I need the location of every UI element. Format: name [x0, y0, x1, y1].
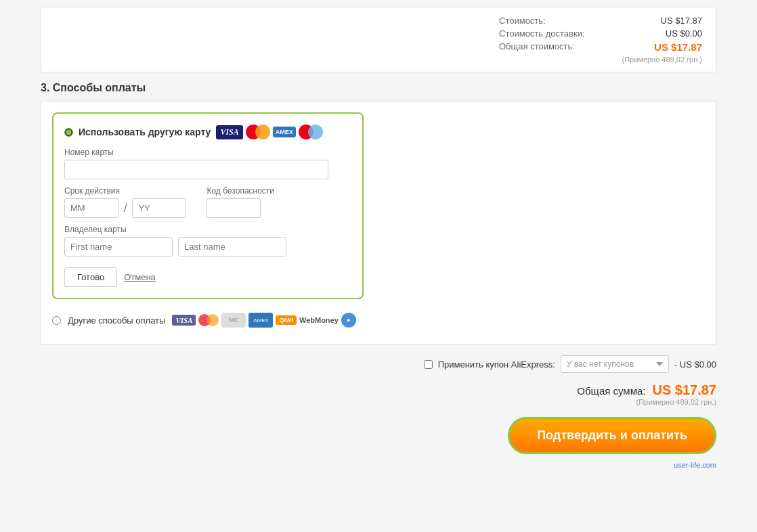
cvv-input[interactable]	[207, 198, 261, 218]
coupon-label[interactable]: Применить купон AliExpress:	[438, 359, 555, 370]
mastercard-logo-icon	[246, 125, 270, 139]
payment-section-panel: Использовать другую карту VISA AMEX Номе…	[41, 101, 716, 345]
summary-table: Стоимость: US $17.87 Стоимость доставки:…	[499, 16, 702, 64]
summary-approx: (Примерно 489,02 грн.)	[499, 56, 702, 64]
delivery-label: Стоимость доставки:	[499, 28, 585, 39]
other-payment-label[interactable]: Другие способы оплаты	[68, 315, 165, 326]
delivery-value: US $0.00	[666, 28, 702, 39]
globe-logo-icon: ●	[341, 313, 356, 328]
other-card-icon: MC	[221, 313, 246, 328]
confirm-pay-button[interactable]: Подтвердить и оплатить	[508, 417, 716, 454]
year-input[interactable]	[132, 198, 186, 218]
bottom-total-label: Общая сумма:	[577, 385, 645, 397]
card-logos: VISA AMEX	[216, 125, 322, 139]
maestro-logo-icon	[299, 125, 323, 139]
cardholder-label: Владелец карты	[64, 225, 351, 234]
expiry-label: Срок действия	[64, 186, 186, 196]
qiwi-logo-icon: QIWI	[276, 315, 297, 325]
first-name-input[interactable]	[64, 237, 173, 257]
bottom-total: Общая сумма: US $17.87 (Примерно 489,02 …	[41, 382, 716, 406]
month-input[interactable]	[64, 198, 118, 218]
other-mastercard-icon	[198, 314, 219, 326]
coupon-discount: - US $0.00	[674, 359, 716, 370]
cancel-button[interactable]: Отмена	[124, 272, 156, 282]
use-another-card-row: Использовать другую карту VISA AMEX	[64, 125, 351, 139]
card-number-label: Номер карты	[64, 148, 351, 157]
watermark-text: user-life.com	[674, 461, 716, 469]
delivery-row: Стоимость доставки: US $0.00	[499, 28, 702, 39]
cost-row: Стоимость: US $17.87	[499, 16, 702, 26]
confirm-btn-row: Подтвердить и оплатить	[41, 417, 716, 454]
visa-logo-icon: VISA	[216, 125, 242, 139]
use-another-card-label[interactable]: Использовать другую карту	[79, 127, 211, 137]
cost-value: US $17.87	[661, 16, 702, 26]
order-summary-panel: Стоимость: US $17.87 Стоимость доставки:…	[41, 7, 716, 72]
other-visa-icon: VISA	[172, 315, 196, 326]
use-another-card-radio[interactable]	[64, 128, 73, 137]
bottom-total-row: Общая сумма: US $17.87	[577, 382, 716, 398]
expiry-group: Срок действия /	[64, 179, 186, 218]
coupon-row: Применить купон AliExpress: У вас нет ку…	[41, 355, 716, 373]
name-row	[64, 237, 351, 257]
other-payment-radio[interactable]	[52, 316, 61, 325]
cvv-group: Код безопасности	[207, 179, 274, 218]
bottom-total-approx: (Примерно 489,02 грн.)	[636, 398, 716, 406]
card-form-buttons: Готово Отмена	[64, 267, 351, 287]
total-row: Общая стоимость: US $17.87	[499, 41, 702, 53]
cvv-label: Код безопасности	[207, 186, 274, 196]
last-name-input[interactable]	[178, 237, 286, 257]
webmoney-logo-icon: WebMoney	[299, 316, 339, 324]
amex-logo-icon: AMEX	[273, 127, 296, 138]
watermark: user-life.com	[41, 461, 716, 469]
bottom-total-value: US $17.87	[652, 382, 716, 398]
slash-divider: /	[124, 202, 127, 215]
total-label: Общая стоимость:	[499, 41, 575, 53]
card-number-input[interactable]	[64, 160, 328, 179]
expiry-cvv-row: Срок действия / Код безопасности	[64, 179, 351, 218]
ready-button[interactable]: Готово	[64, 267, 117, 287]
card-form-box: Использовать другую карту VISA AMEX Номе…	[52, 112, 364, 299]
coupon-select[interactable]: У вас нет купонов	[561, 355, 669, 373]
cost-label: Стоимость:	[499, 16, 546, 26]
other-amex-icon: AMEX	[248, 313, 273, 328]
payment-section-title: 3. Способы оплаты	[41, 82, 716, 94]
other-logos: VISA MC AMEX QIWI WebMoney ●	[172, 313, 355, 328]
expiry-inputs: /	[64, 198, 186, 218]
total-value: US $17.87	[654, 41, 702, 53]
coupon-checkbox[interactable]	[424, 360, 433, 369]
other-payment-row: Другие способы оплаты VISA MC AMEX QIWI …	[52, 307, 705, 333]
